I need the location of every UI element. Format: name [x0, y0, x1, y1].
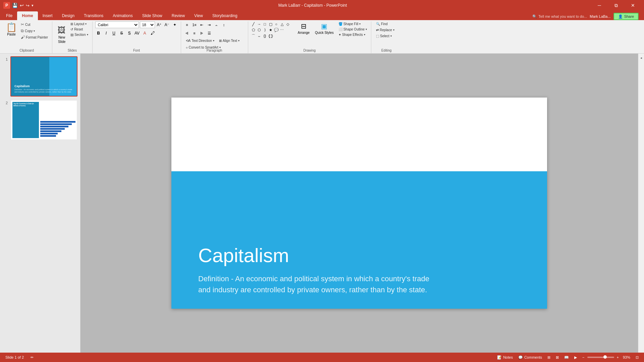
paste-button[interactable]: 📋 Paste — [4, 21, 19, 47]
quick-styles-button[interactable]: ▣ Quick Styles — [313, 21, 336, 35]
close-button[interactable]: ✕ — [625, 0, 641, 11]
arrange-button[interactable]: ⊟ Arrange — [296, 21, 312, 35]
align-text-dropdown-icon[interactable]: ▾ — [238, 39, 239, 42]
slide-thumb-2[interactable]: 2 Top EU Countries in Debt (in billions … — [3, 100, 77, 140]
cut-button[interactable]: ✂ Cut — [19, 21, 49, 27]
tab-insert[interactable]: Insert — [38, 11, 57, 20]
shape-triangle[interactable]: △ — [279, 21, 285, 27]
tab-storyboarding[interactable]: Storyboarding — [208, 11, 242, 20]
italic-button[interactable]: I — [103, 30, 110, 37]
reset-button[interactable]: ↺ Reset — [69, 27, 89, 32]
section-button[interactable]: ▤ Section ▾ — [69, 32, 89, 37]
tab-animations[interactable]: Animations — [108, 11, 137, 20]
minimize-button[interactable]: ─ — [592, 0, 607, 11]
comments-button[interactable]: 💬 Comments — [517, 355, 543, 360]
copy-button[interactable]: ⧉ Copy ▾ — [19, 28, 49, 34]
restore-button[interactable]: ⧉ — [608, 0, 624, 11]
underline-button[interactable]: U — [111, 30, 117, 37]
shape-bracket[interactable]: {} — [262, 33, 268, 39]
layout-button[interactable]: ⊞ Layout ▾ — [69, 21, 89, 26]
shape-rounded-rect[interactable]: ▢ — [268, 21, 273, 27]
shape-more[interactable]: ⋯ — [279, 27, 285, 33]
clear-formatting-button[interactable]: ✦ — [171, 21, 178, 28]
shape-line[interactable]: ╱ — [251, 21, 256, 27]
bold-button[interactable]: B — [95, 30, 102, 37]
shape-callout[interactable]: 💬 — [274, 27, 279, 33]
shape-star[interactable]: ★ — [268, 27, 273, 33]
font-color-button[interactable]: A — [142, 30, 148, 37]
tab-transitions[interactable]: Transitions — [79, 11, 108, 20]
align-text-button[interactable]: ⊠ Align Text ▾ — [217, 38, 241, 43]
shape-outline-dropdown-icon[interactable]: ▾ — [366, 28, 367, 31]
section-dropdown-icon[interactable]: ▾ — [87, 33, 88, 36]
zoom-slider[interactable] — [587, 357, 614, 358]
align-right-button[interactable]: ⫸ — [199, 30, 205, 37]
replace-button[interactable]: ⇄ Replace ▾ — [374, 27, 396, 33]
shape-arc[interactable]: ⌣ — [257, 33, 262, 39]
font-size-select[interactable]: 18 — [140, 21, 155, 28]
text-direction-button[interactable]: ⟲A Text Direction ▾ — [184, 38, 216, 43]
bullets-button[interactable]: ≡ — [184, 21, 191, 28]
tab-design[interactable]: Design — [57, 11, 79, 20]
tab-file[interactable]: File — [1, 11, 17, 20]
text-direction-dropdown-icon[interactable]: ▾ — [213, 39, 214, 42]
line-spacing-button[interactable]: ↕ — [221, 21, 227, 28]
character-spacing-button[interactable]: AV — [134, 30, 141, 37]
tab-review[interactable]: Review — [167, 11, 190, 20]
new-slide-button[interactable]: 🖼 New Slide — [55, 21, 68, 47]
decrease-font-size-button[interactable]: A⁻ — [164, 21, 170, 28]
shape-pentagon[interactable]: ⬠ — [251, 27, 256, 33]
slide-title[interactable]: Capitalism — [198, 244, 520, 266]
redo-icon[interactable]: ↪ — [26, 3, 30, 8]
reading-view-button[interactable]: 📖 — [563, 355, 570, 360]
right-panel-collapse-button[interactable]: ◂ — [639, 55, 644, 60]
shadow-button[interactable]: S — [126, 30, 133, 37]
select-dropdown-icon[interactable]: ▾ — [390, 35, 392, 38]
shape-fill-button[interactable]: 🪣 Shape Fill ▾ — [337, 21, 368, 26]
replace-dropdown-icon[interactable]: ▾ — [393, 28, 394, 32]
columns-button[interactable]: ⫠ — [213, 21, 220, 28]
increase-font-size-button[interactable]: A⁺ — [156, 21, 163, 28]
increase-indent-button[interactable]: ⇥ — [206, 21, 213, 28]
zoom-out-button[interactable]: − — [581, 355, 586, 360]
shape-rect[interactable]: □ — [262, 21, 268, 27]
text-highlight-button[interactable]: 🖍 — [149, 30, 156, 37]
search-bar[interactable]: 🔍 Tell me what you want to do... — [532, 14, 587, 19]
zoom-slider-thumb[interactable] — [603, 355, 607, 359]
shape-brace[interactable]: ⦃⦄ — [268, 33, 273, 39]
align-center-button[interactable]: ≡ — [191, 30, 198, 37]
strikethrough-button[interactable]: S — [118, 30, 125, 37]
format-painter-button[interactable]: 🖌 Format Painter — [19, 34, 49, 40]
layout-dropdown-icon[interactable]: ▾ — [85, 22, 87, 25]
font-family-select[interactable]: Calibri — [95, 21, 139, 28]
shape-effects-button[interactable]: ✦ Shape Effects ▾ — [337, 32, 368, 37]
align-left-button[interactable]: ⫷ — [184, 30, 191, 37]
find-button[interactable]: 🔍 Find — [374, 21, 389, 26]
shape-effects-dropdown-icon[interactable]: ▾ — [364, 33, 365, 36]
slide-canvas[interactable]: Capitalism Definition - An economic and … — [171, 98, 547, 309]
undo-icon[interactable]: ↩ — [20, 3, 24, 8]
slide-sorter-button[interactable]: ⊠ — [554, 355, 560, 360]
shape-outline-button[interactable]: ⬜ Shape Outline ▾ — [337, 27, 368, 32]
slide-thumb-1[interactable]: 1 Capitalism Definition - An economic an… — [3, 56, 77, 97]
slide-definition[interactable]: Definition - An economic and political s… — [198, 273, 433, 295]
notes-button[interactable]: 📝 Notes — [496, 355, 514, 360]
fit-slide-button[interactable]: ⊡ — [634, 355, 640, 360]
normal-view-button[interactable]: ⊞ — [546, 355, 552, 360]
justify-button[interactable]: ☰ — [206, 30, 213, 37]
copy-dropdown-icon[interactable]: ▾ — [34, 29, 35, 33]
select-button[interactable]: ⬚ Select ▾ — [374, 34, 394, 39]
shape-chevron[interactable]: ⟩ — [262, 27, 268, 33]
shape-curve[interactable]: ⌒ — [251, 33, 256, 39]
numbering-button[interactable]: 1≡ — [191, 21, 198, 28]
shape-arrow[interactable]: → — [257, 21, 262, 27]
shape-hexagon[interactable]: ⬡ — [257, 27, 262, 33]
save-icon[interactable]: 💾 — [12, 3, 18, 8]
presenter-view-button[interactable]: ▶ — [573, 355, 578, 360]
tab-view[interactable]: View — [190, 11, 208, 20]
shape-diamond[interactable]: ◇ — [285, 21, 290, 27]
share-button[interactable]: 👤 Share — [613, 13, 639, 20]
edit-notes-button[interactable]: ✏ — [29, 355, 35, 360]
decrease-indent-button[interactable]: ⇤ — [199, 21, 205, 28]
shape-circle[interactable]: ○ — [274, 21, 279, 27]
